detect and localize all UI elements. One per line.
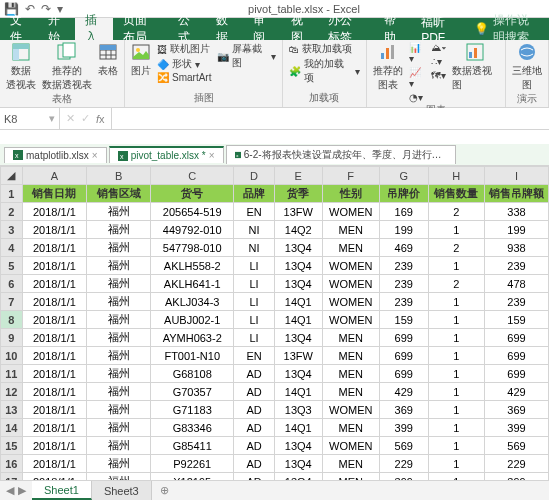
sheet-tab-sheet1[interactable]: Sheet1 bbox=[32, 481, 92, 500]
col-header[interactable]: G bbox=[379, 167, 428, 185]
cell[interactable]: 福州 bbox=[87, 347, 151, 365]
row-header[interactable]: 1 bbox=[1, 185, 23, 203]
cell[interactable]: WOMEN bbox=[322, 275, 379, 293]
row-header[interactable]: 14 bbox=[1, 419, 23, 437]
row-header[interactable]: 12 bbox=[1, 383, 23, 401]
workbook-tab[interactable]: x matplotlib.xlsx × bbox=[4, 147, 107, 163]
cell[interactable]: 239 bbox=[379, 275, 428, 293]
cell[interactable]: AKLH558-2 bbox=[151, 257, 234, 275]
cell[interactable]: MEN bbox=[322, 329, 379, 347]
cell[interactable]: 13Q4 bbox=[275, 437, 322, 455]
cell[interactable]: 福州 bbox=[87, 473, 151, 481]
cell[interactable]: AD bbox=[234, 473, 275, 481]
cell[interactable]: G71183 bbox=[151, 401, 234, 419]
cell[interactable]: 369 bbox=[379, 401, 428, 419]
cell[interactable]: MEN bbox=[322, 239, 379, 257]
cell[interactable]: 2018/1/1 bbox=[22, 365, 86, 383]
chart-type-line[interactable]: 📈▾ bbox=[409, 67, 425, 89]
cell[interactable]: 14Q1 bbox=[275, 293, 322, 311]
online-pictures-button[interactable]: 🖼联机图片 bbox=[157, 42, 211, 56]
cell[interactable]: 169 bbox=[379, 203, 428, 221]
close-tab-icon[interactable]: × bbox=[209, 150, 215, 161]
cell[interactable]: 399 bbox=[484, 419, 548, 437]
cell[interactable]: 239 bbox=[379, 257, 428, 275]
cell[interactable]: 399 bbox=[379, 473, 428, 481]
col-header[interactable]: A bbox=[22, 167, 86, 185]
select-all-corner[interactable]: ◢ bbox=[1, 167, 23, 185]
cell[interactable]: 699 bbox=[379, 365, 428, 383]
row-header[interactable]: 3 bbox=[1, 221, 23, 239]
cancel-formula-icon[interactable]: ✕ bbox=[66, 112, 75, 125]
table-button[interactable]: 表格 bbox=[98, 42, 118, 78]
cell[interactable]: 205654-519 bbox=[151, 203, 234, 221]
row-header[interactable]: 16 bbox=[1, 455, 23, 473]
menu-view[interactable]: 视图 bbox=[281, 18, 319, 40]
cell[interactable]: 239 bbox=[379, 293, 428, 311]
menu-insert[interactable]: 插入 bbox=[75, 18, 113, 40]
shapes-button[interactable]: 🔷形状▾ bbox=[157, 57, 211, 71]
cell[interactable]: AD bbox=[234, 383, 275, 401]
cell[interactable]: 福州 bbox=[87, 221, 151, 239]
cell[interactable]: 2018/1/1 bbox=[22, 347, 86, 365]
cell[interactable]: MEN bbox=[322, 221, 379, 239]
cell[interactable]: 1 bbox=[428, 293, 484, 311]
cell[interactable]: P92261 bbox=[151, 455, 234, 473]
cell[interactable]: 699 bbox=[379, 329, 428, 347]
cell[interactable]: AYMH063-2 bbox=[151, 329, 234, 347]
cell[interactable]: G85411 bbox=[151, 437, 234, 455]
cell[interactable]: AKLJ034-3 bbox=[151, 293, 234, 311]
cell[interactable]: 福州 bbox=[87, 329, 151, 347]
col-header[interactable]: B bbox=[87, 167, 151, 185]
cell[interactable]: 369 bbox=[484, 401, 548, 419]
cell[interactable]: 福州 bbox=[87, 437, 151, 455]
cell[interactable]: 699 bbox=[379, 347, 428, 365]
cell[interactable]: 399 bbox=[484, 473, 548, 481]
cell[interactable]: X12195 bbox=[151, 473, 234, 481]
row-header[interactable]: 9 bbox=[1, 329, 23, 347]
cell[interactable]: 1 bbox=[428, 473, 484, 481]
cell[interactable]: 福州 bbox=[87, 419, 151, 437]
cell[interactable]: 699 bbox=[484, 347, 548, 365]
cell[interactable]: 449792-010 bbox=[151, 221, 234, 239]
cell[interactable]: 福州 bbox=[87, 401, 151, 419]
menu-review[interactable]: 审阅 bbox=[243, 18, 281, 40]
cell[interactable]: NI bbox=[234, 221, 275, 239]
formula-input[interactable] bbox=[111, 108, 549, 129]
cell[interactable]: 2018/1/1 bbox=[22, 383, 86, 401]
cell[interactable]: 229 bbox=[379, 455, 428, 473]
header-cell[interactable]: 销售吊牌额 bbox=[484, 185, 548, 203]
recommended-charts-button[interactable]: 推荐的 图表 bbox=[373, 42, 403, 92]
cell[interactable]: 13Q4 bbox=[275, 365, 322, 383]
menu-formulas[interactable]: 公式 bbox=[168, 18, 206, 40]
cell[interactable]: AD bbox=[234, 401, 275, 419]
new-sheet-button[interactable]: ⊕ bbox=[152, 481, 177, 500]
cell[interactable]: 938 bbox=[484, 239, 548, 257]
cell[interactable]: G83346 bbox=[151, 419, 234, 437]
cell[interactable]: 1 bbox=[428, 455, 484, 473]
cell[interactable]: 199 bbox=[379, 221, 428, 239]
cell[interactable]: 福州 bbox=[87, 239, 151, 257]
row-header[interactable]: 10 bbox=[1, 347, 23, 365]
cell[interactable]: 1 bbox=[428, 221, 484, 239]
col-header[interactable]: H bbox=[428, 167, 484, 185]
cell[interactable]: 199 bbox=[484, 221, 548, 239]
cell[interactable]: 547798-010 bbox=[151, 239, 234, 257]
workbook-tab-active[interactable]: x pivot_table.xlsx * × bbox=[109, 146, 224, 163]
cell[interactable]: AD bbox=[234, 455, 275, 473]
sheet-nav-next-icon[interactable]: ▶ bbox=[18, 484, 26, 497]
3d-map-button[interactable]: 三维地 图 bbox=[512, 42, 542, 92]
cell[interactable]: 2 bbox=[428, 239, 484, 257]
cell[interactable]: 2018/1/1 bbox=[22, 455, 86, 473]
menu-foxit[interactable]: 福昕PDF bbox=[411, 18, 466, 40]
header-cell[interactable]: 品牌 bbox=[234, 185, 275, 203]
col-header[interactable]: E bbox=[275, 167, 322, 185]
row-header[interactable]: 4 bbox=[1, 239, 23, 257]
get-addins-button[interactable]: 🛍获取加载项 bbox=[289, 42, 360, 56]
header-cell[interactable]: 货季 bbox=[275, 185, 322, 203]
cell[interactable]: 229 bbox=[484, 455, 548, 473]
cell[interactable]: 福州 bbox=[87, 455, 151, 473]
cell[interactable]: WOMEN bbox=[322, 437, 379, 455]
col-header[interactable]: C bbox=[151, 167, 234, 185]
cell[interactable]: 14Q1 bbox=[275, 311, 322, 329]
cell[interactable]: 2018/1/1 bbox=[22, 401, 86, 419]
